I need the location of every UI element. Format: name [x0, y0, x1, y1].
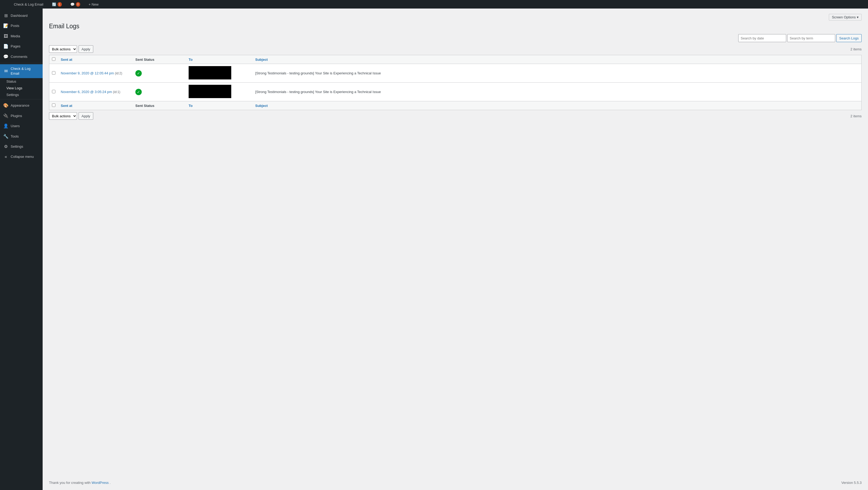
row-1-checkbox[interactable] [52, 71, 55, 75]
updates-badge: 1 [58, 2, 62, 7]
row-2-checkbox[interactable] [52, 90, 55, 93]
sidebar-sub-item-view-logs[interactable]: View Logs [0, 85, 43, 91]
select-all-checkbox-bottom[interactable] [52, 104, 55, 107]
main-layout: ⊞ Dashboard 📝 Posts 🖼 Media 📄 Pages 💬 Co… [0, 8, 868, 490]
comments-button[interactable]: 💬 0 [68, 0, 82, 8]
comments-badge: 0 [76, 2, 80, 7]
row-1-subject-text: [Strong Testimonials - testing grounds] … [255, 71, 381, 75]
items-count-top: 2 items [850, 47, 862, 51]
footer-period: . [110, 481, 111, 485]
sidebar-item-check-log-email[interactable]: ✉ Check & Log Email [0, 64, 43, 78]
sidebar-sub-item-status[interactable]: Status [0, 78, 43, 85]
row-2-status: ✓ [133, 83, 186, 101]
row-1-status: ✓ [133, 64, 186, 83]
row-1-sent-at-link[interactable]: November 9, 2020 @ 12:05:44 pm [61, 71, 115, 75]
row-1-sent-at-text: November 9, 2020 @ 12:05:44 pm [61, 71, 114, 75]
sidebar-item-comments[interactable]: 💬 Comments [0, 52, 43, 62]
email-logs-table: Sent at Sent Status To Subject [49, 55, 862, 110]
comments-icon: 💬 [70, 2, 74, 6]
sent-status-header: Sent Status [133, 55, 186, 64]
row-1-checkbox-cell[interactable] [49, 64, 58, 83]
footer-thanks-text: Thank you for creating with [49, 481, 92, 485]
subject-footer[interactable]: Subject [253, 101, 862, 110]
wp-logo-button[interactable]: W [3, 0, 7, 8]
items-count-bottom: 2 items [850, 114, 862, 118]
site-name-label: Check & Log Email [14, 2, 43, 6]
apply-label-bottom: Apply [82, 114, 90, 118]
sent-at-footer[interactable]: Sent at [58, 101, 133, 110]
row-2-sent-at-text: November 6, 2020 @ 3:05:24 pm [61, 90, 112, 94]
new-label: + New [89, 2, 99, 6]
row-1-status-icon: ✓ [135, 70, 142, 77]
sidebar-item-tools[interactable]: 🔧 Tools [0, 132, 43, 142]
row-1-to-redacted [189, 66, 231, 80]
sidebar-item-collapse[interactable]: « Collapse menu [0, 152, 43, 162]
row-1-subject: [Strong Testimonials - testing grounds] … [253, 64, 862, 83]
sidebar-item-label: Posts [11, 24, 20, 28]
row-2-sent-at-link[interactable]: November 6, 2020 @ 3:05:24 pm [61, 90, 113, 94]
sidebar-item-label: Users [11, 124, 20, 128]
sidebar-item-plugins[interactable]: 🔌 Plugins [0, 111, 43, 121]
search-by-term-input[interactable] [787, 34, 835, 42]
to-footer[interactable]: To [186, 101, 253, 110]
sidebar-item-label: Media [11, 34, 20, 39]
footer-wp-link[interactable]: WordPress [92, 481, 109, 485]
settings-plugin-label: Settings [6, 93, 19, 97]
row-2-checkbox-cell[interactable] [49, 83, 58, 101]
row-2-to-redacted [189, 85, 231, 98]
row-1-to [186, 64, 253, 83]
comments-nav-icon: 💬 [3, 54, 8, 60]
posts-icon: 📝 [3, 23, 8, 29]
sidebar-item-settings[interactable]: ⚙ Settings [0, 142, 43, 152]
search-logs-button[interactable]: Search Logs [836, 34, 862, 42]
sent-at-header[interactable]: Sent at [58, 55, 133, 64]
sent-status-footer: Sent Status [133, 101, 186, 110]
bulk-actions-select-bottom[interactable]: Bulk actions [49, 112, 77, 120]
select-all-checkbox[interactable] [52, 57, 55, 61]
sidebar-item-media[interactable]: 🖼 Media [0, 31, 43, 41]
table-row: November 9, 2020 @ 12:05:44 pm (id:2) ✓ … [49, 64, 862, 83]
email-icon: ✉ [3, 68, 8, 74]
new-content-button[interactable]: + New [87, 0, 101, 8]
collapse-icon: « [3, 154, 8, 160]
page-title: Email Logs [49, 23, 862, 30]
sidebar-item-label: Check & Log Email [11, 66, 39, 76]
status-label: Status [6, 80, 16, 83]
table-footer-header-row: Sent at Sent Status To Subject [49, 101, 862, 110]
updates-icon: 🔄 [52, 2, 56, 6]
sidebar: ⊞ Dashboard 📝 Posts 🖼 Media 📄 Pages 💬 Co… [0, 8, 43, 490]
pages-icon: 📄 [3, 44, 8, 49]
select-all-checkbox-footer[interactable] [49, 101, 58, 110]
subject-header[interactable]: Subject [253, 55, 862, 64]
footer-left: Thank you for creating with WordPress . [49, 481, 111, 485]
screen-options-button[interactable]: Screen Options ▾ [829, 14, 862, 21]
admin-bar: W Check & Log Email 🔄 1 💬 0 + New [0, 0, 868, 8]
row-2-subject-text: [Strong Testimonials - testing grounds] … [255, 90, 381, 94]
bulk-actions-select-top[interactable]: Bulk actions [49, 45, 77, 53]
sidebar-item-posts[interactable]: 📝 Posts [0, 21, 43, 31]
sidebar-item-label: Dashboard [11, 13, 28, 18]
sidebar-item-pages[interactable]: 📄 Pages [0, 41, 43, 52]
bottom-toolbar-left: Bulk actions Apply [49, 112, 93, 120]
sidebar-item-dashboard[interactable]: ⊞ Dashboard [0, 11, 43, 21]
search-by-date-input[interactable] [738, 34, 786, 42]
collapse-label: Collapse menu [11, 154, 34, 159]
row-2-id: (id:1) [113, 90, 120, 94]
users-icon: 👤 [3, 123, 8, 129]
sidebar-item-appearance[interactable]: 🎨 Appearance [0, 100, 43, 111]
sidebar-item-users[interactable]: 👤 Users [0, 121, 43, 131]
dashboard-icon: ⊞ [3, 13, 8, 19]
apply-button-bottom[interactable]: Apply [79, 112, 93, 120]
updates-button[interactable]: 🔄 1 [50, 0, 64, 8]
site-name-button[interactable]: Check & Log Email [12, 0, 45, 8]
settings-icon: ⚙ [3, 144, 8, 149]
screen-options-chevron: ▾ [857, 15, 859, 19]
plugins-icon: 🔌 [3, 113, 8, 119]
sidebar-item-label: Appearance [11, 103, 29, 108]
sidebar-item-label: Pages [11, 44, 21, 49]
row-2-status-icon: ✓ [135, 89, 142, 95]
select-all-checkbox-header[interactable] [49, 55, 58, 64]
to-header[interactable]: To [186, 55, 253, 64]
apply-button-top[interactable]: Apply [79, 45, 93, 53]
sidebar-sub-item-settings[interactable]: Settings [0, 91, 43, 98]
